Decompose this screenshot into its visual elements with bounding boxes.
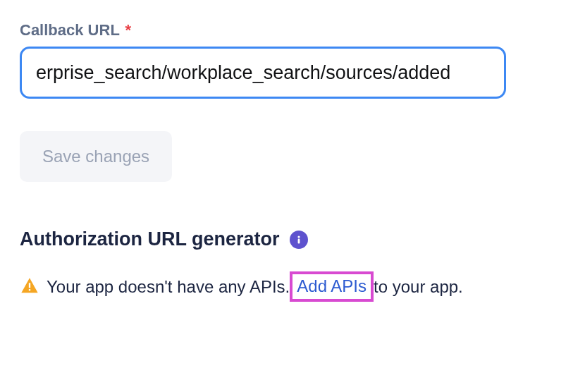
save-changes-button[interactable]: Save changes bbox=[20, 131, 172, 182]
callback-url-input[interactable] bbox=[20, 47, 506, 99]
svg-rect-1 bbox=[297, 238, 300, 243]
info-icon[interactable] bbox=[290, 231, 308, 249]
callback-url-label: Callback URL * bbox=[20, 21, 565, 39]
warning-icon bbox=[20, 276, 39, 296]
callback-url-label-text: Callback URL bbox=[20, 21, 119, 39]
svg-rect-3 bbox=[29, 289, 30, 290]
warning-text-prefix: Your app doesn't have any APIs. bbox=[47, 275, 290, 299]
authorization-url-generator-heading: Authorization URL generator bbox=[20, 228, 280, 250]
add-apis-link[interactable]: Add APIs bbox=[295, 276, 368, 295]
svg-rect-2 bbox=[29, 283, 30, 288]
no-apis-warning: Your app doesn't have any APIs. Add APIs… bbox=[20, 271, 565, 302]
required-indicator: * bbox=[125, 21, 132, 39]
warning-text-suffix: to your app. bbox=[374, 275, 463, 299]
svg-point-0 bbox=[297, 235, 300, 238]
add-apis-highlight: Add APIs bbox=[290, 271, 374, 302]
